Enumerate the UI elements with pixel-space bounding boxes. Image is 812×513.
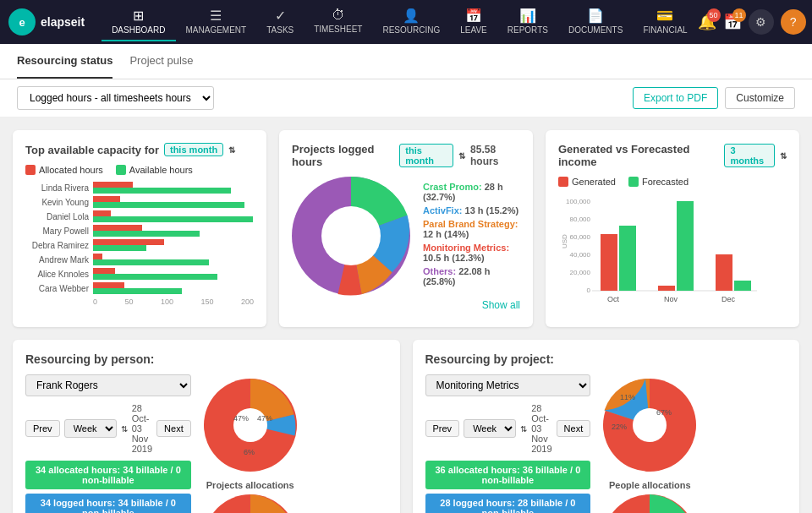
project-date-range: 28 Oct-03 Nov 2019 <box>531 403 551 454</box>
nav-right: 🔔 50 📅 11 ⚙ ? 👤 <box>698 9 812 35</box>
capacity-sort-icon[interactable]: ⇅ <box>228 145 235 155</box>
legend-available: Available hours <box>116 165 193 175</box>
bar-label: Cara Webber <box>25 284 89 293</box>
bar-label: Andrew Mark <box>25 255 89 265</box>
forecasted-dot <box>628 177 639 187</box>
leave-icon: 📅 <box>465 8 482 24</box>
svg-rect-15 <box>734 281 751 291</box>
bar-row: Daniel Lola <box>25 210 254 222</box>
svg-text:11%: 11% <box>620 393 635 401</box>
nav-item-management[interactable]: ☰ MANAGEMENT <box>176 3 257 41</box>
svg-text:Dec: Dec <box>721 295 736 303</box>
dashboard-icon: ⊞ <box>133 8 144 24</box>
bar-available <box>93 216 253 222</box>
show-all-link[interactable]: Show all <box>292 299 520 311</box>
person-section: Frank Rogers Prev Week ⇅ 28 Oct-03 Nov 2… <box>25 374 387 513</box>
generated-dot <box>558 177 568 187</box>
person-pie-section: 47% 47% 6% Projects allocations 47% 47% <box>200 374 301 513</box>
project-next-button[interactable]: Next <box>557 420 591 437</box>
logo[interactable]: e elapseit <box>8 8 85 35</box>
bar-row: Cara Webber <box>25 282 254 294</box>
sort-icon[interactable]: ⇅ <box>121 424 128 434</box>
nav-item-tasks[interactable]: ✓ TASKS <box>256 3 304 41</box>
customize-button[interactable]: Customize <box>725 87 795 109</box>
svg-text:67%: 67% <box>656 408 672 417</box>
legend-activfix: ActivFix: 13 h (15.2%) <box>423 205 520 216</box>
bar-row: Debra Ramirez <box>25 239 254 251</box>
svg-point-20 <box>233 408 267 442</box>
main-content: Top available capacity for this month ⇅ … <box>0 117 812 513</box>
project-prev-button[interactable]: Prev <box>425 420 460 437</box>
calendar-badge[interactable]: 📅 11 <box>723 13 742 31</box>
legend-forecasted: Forecasted <box>628 177 689 187</box>
bars <box>93 268 254 280</box>
person-pie-chart-top: 47% 47% 6% <box>200 374 301 476</box>
nav-item-financial[interactable]: 💳 FINANCIAL <box>633 3 697 41</box>
project-stat2: 28 logged hours: 28 billable / 0 non-bil… <box>425 494 591 513</box>
income-card: Generated vs Forecasted income 3 months … <box>546 130 799 327</box>
bar-available <box>93 245 146 251</box>
bar-row: Andrew Mark <box>25 254 254 265</box>
bars <box>93 196 254 208</box>
capacity-title: Top available capacity for this month ⇅ <box>25 143 254 156</box>
notification-bell[interactable]: 🔔 50 <box>698 13 716 31</box>
documents-icon: 📄 <box>587 8 604 24</box>
project-section-title: Resourcing by project: <box>425 352 787 366</box>
person-date-range: 28 Oct-03 Nov 2019 <box>132 403 152 454</box>
person-dropdown[interactable]: Frank Rogers <box>25 374 191 396</box>
nav-item-resourcing[interactable]: 👤 RESOURCING <box>372 3 450 41</box>
svg-text:22%: 22% <box>612 423 627 431</box>
bars <box>93 239 254 251</box>
income-period-badge[interactable]: 3 months <box>724 144 775 167</box>
person-section-title: Resourcing by person: <box>25 352 387 366</box>
person-next-button[interactable]: Next <box>156 420 191 437</box>
timesheets-dropdown[interactable]: Logged hours - all timesheets hours <box>17 86 214 110</box>
bar-allocated <box>93 254 102 259</box>
person-period-select[interactable]: Week <box>64 419 117 438</box>
bar-row: Kevin Young <box>25 196 254 208</box>
svg-rect-14 <box>716 254 732 291</box>
bar-label: Linda Rivera <box>25 183 89 193</box>
logged-period-badge[interactable]: this month <box>399 144 453 167</box>
project-section: Monitoring Metrics Prev Week ⇅ 28 Oct-03… <box>425 374 787 513</box>
capacity-period-badge[interactable]: this month <box>164 143 223 156</box>
financial-icon: 💳 <box>656 8 673 24</box>
income-title: Generated vs Forecasted income 3 months … <box>558 143 787 168</box>
export-pdf-button[interactable]: Export to PDF <box>633 87 718 109</box>
legend-generated: Generated <box>558 177 616 187</box>
nav-item-documents[interactable]: 📄 DOCUMENTS <box>558 3 633 41</box>
tab-resourcing-status[interactable]: Resourcing status <box>17 44 112 79</box>
bar-label: Kevin Young <box>25 198 89 207</box>
legend-crast-promo: Crast Promo: 28 h (32.7%) <box>423 182 520 202</box>
svg-text:Nov: Nov <box>664 295 678 303</box>
nav-item-reports[interactable]: 📊 REPORTS <box>497 3 558 41</box>
legend-others: Others: 22.08 h (25.8%) <box>423 266 520 287</box>
toolbar: Logged hours - all timesheets hours Expo… <box>0 79 812 117</box>
bar-chart: Linda RiveraKevin YoungDaniel LolaMary P… <box>25 182 254 294</box>
help-button[interactable]: ? <box>781 9 806 35</box>
settings-button[interactable]: ⚙ <box>749 9 774 35</box>
project-dropdown[interactable]: Monitoring Metrics <box>425 374 591 396</box>
bar-allocated <box>93 182 133 188</box>
resourcing-project-card: Resourcing by project: Monitoring Metric… <box>413 340 800 513</box>
bars <box>93 282 254 294</box>
income-sort-icon[interactable]: ⇅ <box>780 151 787 161</box>
logged-hours-title: Projects logged hours this month ⇅ 85.58… <box>292 143 520 168</box>
svg-text:100,000: 100,000 <box>566 198 590 205</box>
nav-item-leave[interactable]: 📅 LEAVE <box>450 3 497 41</box>
nav-item-timesheet[interactable]: ⏱ TIMESHEET <box>304 3 372 41</box>
project-stat1: 36 allocated hours: 36 billable / 0 non-… <box>425 461 591 489</box>
person-prev-button[interactable]: Prev <box>25 420 60 437</box>
project-sort-icon[interactable]: ⇅ <box>520 424 527 434</box>
project-pie-chart-bottom: 86% 14% <box>599 490 700 513</box>
nav-item-dashboard[interactable]: ⊞ DASHBOARD <box>102 3 175 41</box>
bars <box>93 210 254 222</box>
bar-allocated <box>93 268 115 274</box>
project-period-select[interactable]: Week <box>464 419 516 438</box>
svg-text:80,000: 80,000 <box>570 216 591 223</box>
tab-project-pulse[interactable]: Project pulse <box>129 44 193 79</box>
svg-text:60,000: 60,000 <box>570 233 591 241</box>
bar-row: Mary Powell <box>25 225 254 237</box>
logged-sort-icon[interactable]: ⇅ <box>458 151 465 161</box>
tasks-icon: ✓ <box>275 8 286 24</box>
